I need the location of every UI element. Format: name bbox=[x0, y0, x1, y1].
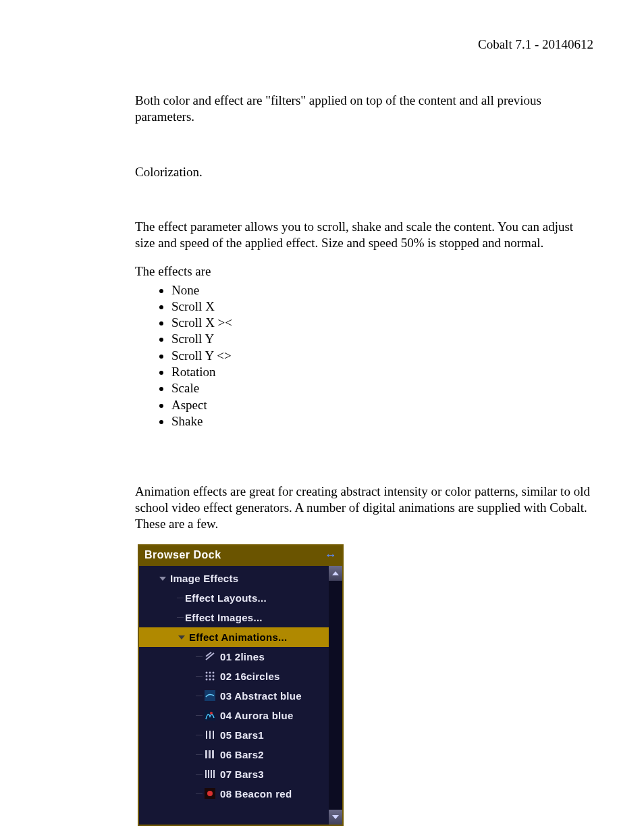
svg-point-11 bbox=[209, 679, 211, 681]
paragraph-effects-intro: The effects are bbox=[135, 263, 593, 280]
list-item: Scale bbox=[171, 380, 593, 396]
effects-list: None Scroll X Scroll X >< Scroll Y Scrol… bbox=[135, 282, 593, 430]
list-item: Shake bbox=[171, 413, 593, 429]
svg-point-8 bbox=[209, 675, 211, 677]
svg-rect-23 bbox=[208, 770, 209, 778]
svg-point-10 bbox=[206, 679, 208, 681]
thumb-beacon-red-icon bbox=[204, 787, 216, 800]
tree-item-animation[interactable]: 05 Bars1 bbox=[139, 725, 329, 745]
paragraph-filters: Both color and effect are "filters" appl… bbox=[135, 93, 593, 125]
tree-label: Effect Images... bbox=[185, 612, 263, 623]
thumb-aurora-blue-icon bbox=[204, 709, 216, 721]
svg-point-5 bbox=[209, 672, 211, 674]
dock-title-label: Browser Dock bbox=[144, 549, 221, 561]
scrollbar[interactable] bbox=[329, 566, 342, 825]
list-item: Scroll Y <> bbox=[171, 348, 593, 364]
svg-marker-28 bbox=[332, 571, 339, 575]
svg-point-7 bbox=[206, 675, 208, 677]
scroll-down-icon[interactable] bbox=[329, 810, 342, 825]
tree-item-animation[interactable]: 08 Beacon red bbox=[139, 784, 329, 804]
svg-point-27 bbox=[207, 791, 213, 796]
svg-rect-21 bbox=[212, 750, 214, 758]
triangle-down-icon bbox=[177, 633, 186, 641]
svg-rect-19 bbox=[205, 750, 207, 758]
list-item: Scroll X >< bbox=[171, 315, 593, 331]
tree-label: 06 Bars2 bbox=[220, 749, 264, 760]
triangle-down-icon bbox=[158, 574, 167, 582]
tree-label: 05 Bars1 bbox=[220, 729, 264, 741]
thumb-2lines-icon bbox=[204, 650, 216, 662]
tree-label: 08 Beacon red bbox=[220, 788, 292, 800]
svg-rect-25 bbox=[213, 770, 215, 778]
dock-tree[interactable]: Image Effects Effect Layouts... Effect I… bbox=[139, 566, 329, 825]
tree-item-effect-layouts[interactable]: Effect Layouts... bbox=[139, 588, 329, 608]
list-item: Aspect bbox=[171, 397, 593, 413]
tree-item-animation[interactable]: 03 Abstract blue bbox=[139, 686, 329, 706]
tree-label: 02 16circles bbox=[220, 671, 280, 682]
tree-item-animation[interactable]: 01 2lines bbox=[139, 647, 329, 667]
svg-rect-20 bbox=[209, 750, 211, 758]
thumb-bars1-icon bbox=[204, 729, 216, 741]
tree-item-effect-animations[interactable]: Effect Animations... bbox=[139, 627, 329, 647]
svg-point-9 bbox=[213, 675, 215, 677]
svg-marker-1 bbox=[178, 635, 185, 640]
svg-rect-22 bbox=[205, 770, 207, 778]
list-item: Rotation bbox=[171, 364, 593, 380]
thumb-16circles-icon bbox=[204, 670, 216, 682]
tree-label: 04 Aurora blue bbox=[220, 710, 294, 721]
thumb-bars3-icon bbox=[204, 768, 216, 780]
svg-point-4 bbox=[206, 672, 208, 674]
tree-item-animation[interactable]: 06 Bars2 bbox=[139, 745, 329, 764]
list-item: None bbox=[171, 282, 593, 298]
tree-item-animation[interactable]: 04 Aurora blue bbox=[139, 706, 329, 725]
tree-label: Effect Animations... bbox=[189, 631, 287, 643]
page-header: Cobalt 7.1 - 20140612 bbox=[135, 37, 593, 52]
tree-label: Effect Layouts... bbox=[185, 592, 267, 604]
tree-item-effect-images[interactable]: Effect Images... bbox=[139, 608, 329, 627]
resize-icon[interactable]: ↔ bbox=[322, 548, 340, 563]
svg-rect-16 bbox=[206, 731, 207, 739]
svg-marker-0 bbox=[159, 577, 166, 581]
scroll-up-icon[interactable] bbox=[329, 566, 342, 581]
list-item: Scroll X bbox=[171, 298, 593, 315]
svg-point-12 bbox=[213, 679, 215, 681]
svg-point-6 bbox=[213, 672, 215, 674]
tree-label: 01 2lines bbox=[220, 651, 265, 662]
paragraph-effect-desc: The effect parameter allows you to scrol… bbox=[135, 219, 593, 251]
scrollbar-track[interactable] bbox=[329, 581, 342, 810]
svg-rect-17 bbox=[209, 731, 211, 739]
list-item: Scroll Y bbox=[171, 331, 593, 347]
paragraph-colorization: Colorization. bbox=[135, 164, 593, 180]
tree-label: 07 Bars3 bbox=[220, 768, 264, 780]
tree-label: Image Effects bbox=[170, 573, 238, 584]
thumb-abstract-blue-icon bbox=[204, 689, 216, 702]
browser-dock-panel: Browser Dock ↔ Image Effects Effect Layo… bbox=[138, 544, 344, 826]
tree-item-image-effects[interactable]: Image Effects bbox=[139, 569, 329, 588]
svg-rect-18 bbox=[213, 731, 214, 739]
svg-rect-24 bbox=[211, 770, 212, 778]
paragraph-animation-desc: Animation effects are great for creating… bbox=[135, 484, 593, 531]
svg-marker-29 bbox=[332, 815, 339, 819]
tree-label: 03 Abstract blue bbox=[220, 690, 302, 702]
dock-titlebar[interactable]: Browser Dock ↔ bbox=[139, 546, 342, 566]
thumb-bars2-icon bbox=[204, 748, 216, 760]
svg-point-15 bbox=[210, 712, 213, 714]
tree-item-animation[interactable]: 07 Bars3 bbox=[139, 764, 329, 784]
tree-item-animation[interactable]: 02 16circles bbox=[139, 667, 329, 686]
